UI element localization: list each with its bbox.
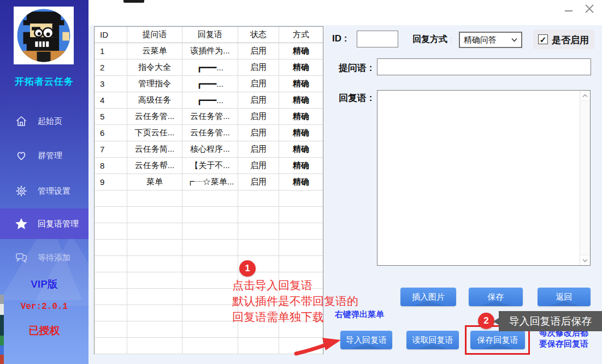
step1-badge: 1 xyxy=(239,260,256,277)
import-reply-button[interactable]: 导入回复语 xyxy=(340,331,392,349)
table-row[interactable]: 5云任务管...云任务管...启用精确 xyxy=(95,109,323,125)
table-row[interactable]: 6下页云任...云任务管...启用精确 xyxy=(95,125,323,141)
reply-mode-colon: : xyxy=(450,34,452,44)
sidebar-item-settings[interactable]: 管理设置 xyxy=(0,176,88,206)
table-cell: 3 xyxy=(95,76,127,92)
question-label: 提问语 : xyxy=(339,62,372,74)
question-input[interactable] xyxy=(377,58,591,75)
step1-line: 回复语需单独下载 xyxy=(232,309,358,325)
table-cell xyxy=(279,256,323,272)
table-row[interactable] xyxy=(95,256,323,272)
table-cell: 启用 xyxy=(238,59,279,76)
scroll-down-arrow[interactable] xyxy=(580,255,590,265)
column-header[interactable]: 回复语 xyxy=(182,27,238,43)
avatar xyxy=(14,7,74,64)
heart-icon xyxy=(14,148,28,163)
table-cell: ┏━━━... xyxy=(182,76,238,92)
table-cell: ┏━━━... xyxy=(182,92,238,109)
minimize-button[interactable] xyxy=(560,2,577,17)
id-label: ID : xyxy=(332,33,347,44)
table-cell: 启用 xyxy=(238,92,279,109)
table-cell: 2 xyxy=(95,59,127,76)
table-cell xyxy=(127,305,182,321)
table-row[interactable]: 7云任务简...核心程序...启用精确 xyxy=(95,141,323,158)
sidebar-item-groups[interactable]: 群管理 xyxy=(0,140,88,171)
sidebar-item-label: 等待添加 xyxy=(38,253,70,263)
close-icon xyxy=(583,3,595,15)
step1-line: 默认插件是不带回复语的 xyxy=(232,293,358,309)
table-cell: ┏┈☆菜单... xyxy=(182,174,238,190)
table-cell: 核心程序... xyxy=(182,141,238,158)
table-cell: 精确 xyxy=(279,158,323,174)
reply-mode-select[interactable]: 精确问答 xyxy=(459,32,522,48)
vertical-scrollbar[interactable] xyxy=(580,91,590,265)
table-cell: 启用 xyxy=(238,174,279,190)
table-cell xyxy=(238,190,279,207)
table-cell: 该插件为... xyxy=(182,43,238,59)
table-cell xyxy=(95,272,127,289)
table-row[interactable]: 4高级任务┏━━━...启用精确 xyxy=(95,92,323,109)
minimize-icon xyxy=(563,4,574,15)
table-cell xyxy=(238,338,279,354)
table-cell: 9 xyxy=(95,174,127,190)
read-reply-button[interactable]: 读取回复语 xyxy=(406,331,459,349)
enable-checkbox[interactable]: ✓ xyxy=(538,34,548,44)
table-cell: 云菜单 xyxy=(127,43,182,59)
table-cell xyxy=(95,207,127,223)
table-cell xyxy=(95,223,127,240)
reply-textarea[interactable] xyxy=(377,91,580,265)
table-cell: 【关于不... xyxy=(182,158,238,174)
table-cell xyxy=(182,305,238,321)
column-header[interactable]: 提问语 xyxy=(127,27,182,43)
table-row[interactable] xyxy=(95,190,323,207)
back-button[interactable]: 返回 xyxy=(538,288,591,306)
table-cell: 精确 xyxy=(279,92,323,109)
table-cell xyxy=(127,190,182,207)
table-cell: 精确 xyxy=(279,109,323,125)
table-cell xyxy=(279,190,323,207)
table-row[interactable]: 8云任务帮...【关于不...启用精确 xyxy=(95,158,323,174)
sidebar-item-label: 管理设置 xyxy=(38,186,70,196)
table-cell: 云任务管... xyxy=(182,109,238,125)
table-cell xyxy=(95,289,127,305)
sidebar-item-reply-management[interactable]: 回复语管理 xyxy=(0,208,88,239)
table-cell: 精确 xyxy=(279,59,323,76)
close-button[interactable] xyxy=(581,1,598,16)
table-row[interactable]: 3管理指令┏━━━...启用精确 xyxy=(95,76,323,92)
scroll-up-arrow[interactable] xyxy=(580,91,590,101)
table-cell xyxy=(182,272,238,289)
table-row[interactable]: 2指令大全┏━━━...启用精确 xyxy=(95,59,323,76)
table-cell xyxy=(182,223,238,240)
table-cell xyxy=(279,240,323,256)
column-header[interactable]: ID xyxy=(95,27,127,43)
table-cell xyxy=(95,256,127,272)
version-label: Ver:2.0.1 xyxy=(0,302,88,312)
step2-tooltip: 导入回复语后保存 xyxy=(499,311,602,331)
step2-badge: 2 xyxy=(478,313,494,329)
table-cell xyxy=(182,207,238,223)
table-cell xyxy=(182,240,238,256)
sidebar-item-pending[interactable]: 等待添加 xyxy=(0,242,88,273)
table-cell: 启用 xyxy=(238,109,279,125)
table-cell: 启用 xyxy=(238,125,279,141)
app-window: 开拓者云任务 起始页 群管理 管理设置 xyxy=(0,0,602,364)
id-input[interactable] xyxy=(357,31,398,47)
table-row[interactable]: 1云菜单该插件为...启用精确 xyxy=(95,43,323,59)
table-row[interactable]: 9菜单┏┈☆菜单...启用精确 xyxy=(95,174,323,190)
red-arrow-icon xyxy=(294,333,344,357)
sidebar-item-home[interactable]: 起始页 xyxy=(0,106,88,136)
check-icon: ✓ xyxy=(540,35,547,44)
table-cell xyxy=(279,207,323,223)
table-cell xyxy=(95,305,127,321)
save-button[interactable]: 保存 xyxy=(469,288,523,306)
step1-line: 点击导入回复语 xyxy=(232,277,358,293)
column-header[interactable]: 方式 xyxy=(279,27,323,43)
insert-image-button[interactable]: 插入图片 xyxy=(400,288,456,306)
table-row[interactable] xyxy=(95,338,323,354)
table-row[interactable] xyxy=(95,223,323,240)
table-cell: ┏━━━... xyxy=(182,59,238,76)
table-row[interactable] xyxy=(95,240,323,256)
table-row[interactable] xyxy=(95,207,323,223)
column-header[interactable]: 状态 xyxy=(238,27,279,43)
reply-mode-value: 精确问答 xyxy=(464,35,497,45)
